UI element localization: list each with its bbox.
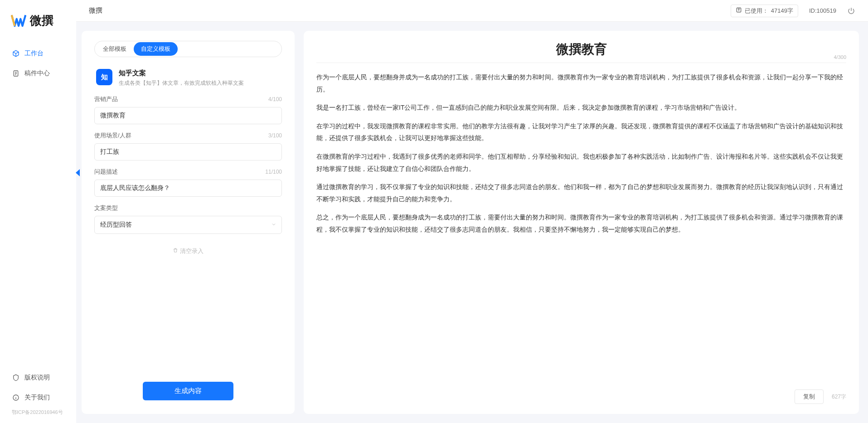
sidebar-nav: 工作台 稿件中心 — [0, 45, 76, 85]
field-scene: 使用场景/人群 3/100 — [94, 131, 282, 160]
sidebar-item-label: 工作台 — [24, 49, 44, 58]
output-paragraph: 在学习的过程中，我发现微撰教育的课程非常实用。他们的教学方法很有趣，让我对学习产… — [316, 120, 846, 144]
user-id: ID:100519 — [809, 7, 836, 14]
logo-icon — [11, 14, 26, 28]
sidebar-item-workspace[interactable]: 工作台 — [8, 45, 68, 62]
generate-button[interactable]: 生成内容 — [143, 382, 233, 400]
template-tabs: 全部模板 自定义模板 — [94, 41, 282, 57]
type-select[interactable]: 经历型回答 — [94, 216, 282, 234]
usage-label: 已使用： — [745, 7, 768, 15]
output-panel: 微撰教育 4/300 作为一个底层人民，要想翻身并成为一名成功的打工族，需要付出… — [304, 31, 859, 414]
main: 微撰 已使用： 47149字 ID:100519 全部模板 — [76, 0, 868, 423]
title-counter: 4/300 — [834, 54, 846, 60]
output-paragraph: 我是一名打工族，曾经在一家IT公司工作，但一直感到自己的能力和职业发展空间有限。… — [316, 102, 846, 114]
shield-icon — [12, 374, 20, 382]
scene-input[interactable] — [94, 143, 282, 160]
brand-logo: 微撰 — [0, 13, 76, 45]
field-counter: 3/100 — [268, 132, 282, 139]
field-label: 使用场景/人群 — [94, 131, 131, 140]
output-paragraph: 通过微撰教育的学习，我不仅掌握了专业的知识和技能，还结交了很多志同道合的朋友。他… — [316, 181, 846, 205]
sidebar-item-copyright[interactable]: 版权说明 — [8, 369, 68, 386]
output-paragraph: 在微撰教育的学习过程中，我遇到了很多优秀的老师和同学。他们互相帮助，分享经验和知… — [316, 151, 846, 175]
info-icon — [12, 394, 20, 402]
tab-custom-templates[interactable]: 自定义模板 — [134, 42, 178, 56]
sidebar: 微撰 工作台 稿件中心 版权说 — [0, 0, 76, 423]
form-panel: 全部模板 自定义模板 知 知乎文案 生成各类【知乎】体文章，有效完成软植入种草文… — [82, 31, 295, 414]
field-product: 营销产品 4/100 — [94, 95, 282, 124]
sidebar-item-about[interactable]: 关于我们 — [8, 389, 68, 406]
output-paragraph: 作为一个底层人民，要想翻身并成为一名成功的打工族，需要付出大量的努力和时间。微撰… — [316, 71, 846, 95]
clear-label: 清空录入 — [180, 247, 204, 255]
output-title: 微撰教育 — [316, 41, 846, 58]
template-title: 知乎文案 — [119, 69, 244, 78]
trash-icon — [173, 248, 178, 254]
field-label: 营销产品 — [94, 95, 118, 103]
copy-button[interactable]: 复制 — [795, 389, 824, 404]
product-input[interactable] — [94, 107, 282, 124]
brand-name: 微撰 — [30, 13, 53, 29]
sidebar-bottom: 版权说明 关于我们 鄂ICP备2022016946号 — [0, 369, 76, 423]
sidebar-item-label: 稿件中心 — [24, 69, 50, 78]
icp-text: 鄂ICP备2022016946号 — [8, 409, 68, 416]
char-count: 627字 — [832, 393, 846, 401]
field-counter: 11/100 — [265, 169, 282, 175]
field-type: 文案类型 经历型回答 — [94, 204, 282, 234]
template-icon: 知 — [96, 69, 112, 85]
sidebar-item-label: 版权说明 — [24, 374, 50, 382]
power-icon[interactable] — [847, 7, 855, 15]
output-body: 作为一个底层人民，要想翻身并成为一名成功的打工族，需要付出大量的努力和时间。微撰… — [316, 71, 846, 384]
output-paragraph: 总之，作为一个底层人民，要想翻身成为一名成功的打工族，需要付出大量的努力和时间。… — [316, 211, 846, 235]
clear-button[interactable]: 清空录入 — [173, 247, 204, 255]
sidebar-item-drafts[interactable]: 稿件中心 — [8, 65, 68, 82]
template-card: 知 知乎文案 生成各类【知乎】体文章，有效完成软植入种草文案 — [94, 64, 282, 95]
field-question: 问题描述 11/100 — [94, 168, 282, 197]
field-label: 问题描述 — [94, 168, 118, 176]
field-counter: 4/100 — [268, 96, 282, 102]
field-label: 文案类型 — [94, 204, 118, 212]
tab-all-templates[interactable]: 全部模板 — [96, 42, 134, 56]
sidebar-collapse-handle[interactable] — [74, 169, 81, 177]
template-desc: 生成各类【知乎】体文章，有效完成软植入种草文案 — [119, 79, 244, 87]
text-icon — [736, 7, 742, 15]
topbar: 微撰 已使用： 47149字 ID:100519 — [76, 0, 868, 22]
page-title: 微撰 — [89, 6, 102, 15]
question-input[interactable] — [94, 180, 282, 197]
doc-icon — [12, 69, 20, 78]
usage-badge: 已使用： 47149字 — [731, 5, 798, 17]
sidebar-item-label: 关于我们 — [24, 394, 50, 402]
usage-value: 47149字 — [771, 7, 793, 15]
cube-icon — [12, 49, 20, 58]
